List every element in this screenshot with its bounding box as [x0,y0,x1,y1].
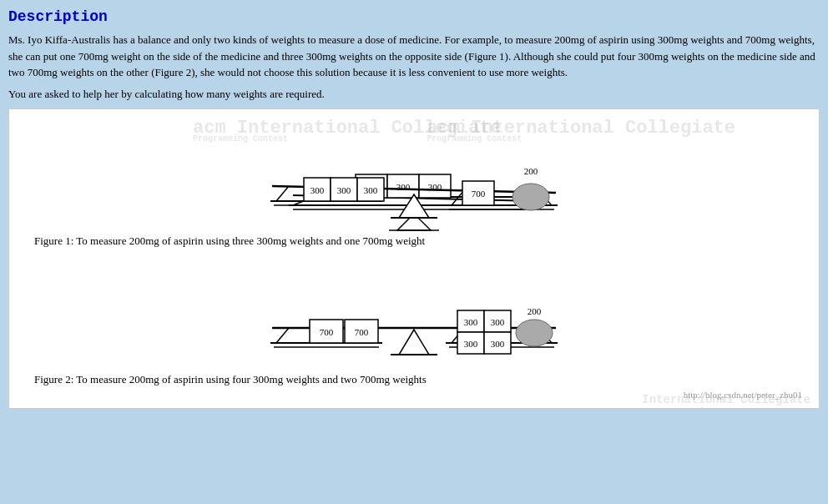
figure2-balance: 700 700 300 300 300 300 200 [180,265,648,381]
description-paragraph-1: Ms. Iyo Kiffa-Australis has a balance an… [8,32,820,81]
svg-text:300: 300 [337,185,351,195]
figure1-caption: Figure 1: To measure 200mg of aspirin us… [18,234,810,248]
figure1-balance-proper: 300 300 300 700 200 [180,126,648,243]
svg-text:200: 200 [528,306,542,316]
svg-point-34 [512,184,549,210]
main-content: acm International CollegiateProgramming … [8,108,820,409]
svg-text:700: 700 [320,327,334,337]
figure1-section: 300 300 300 [18,126,810,243]
description-paragraph-2: You are asked to help her by calculating… [8,86,820,103]
svg-marker-23 [399,194,429,218]
svg-text:300: 300 [464,317,478,327]
svg-text:700: 700 [355,327,369,337]
svg-text:300: 300 [310,185,325,195]
svg-marker-44 [399,330,429,355]
svg-text:300: 300 [464,339,478,349]
figure2-section: 700 700 300 300 300 300 200 [18,265,810,381]
svg-text:200: 200 [524,166,538,176]
url: http://blog.csdn.net/peter_zhu01 [18,390,810,400]
svg-line-36 [276,328,289,343]
svg-point-59 [516,320,553,346]
svg-line-15 [276,186,289,201]
figure2-caption: Figure 2: To measure 200mg of aspirin us… [18,373,810,386]
svg-text:300: 300 [364,185,378,195]
svg-text:300: 300 [491,339,505,349]
svg-text:300: 300 [491,317,505,327]
page-title: Description [8,8,820,25]
svg-text:700: 700 [472,189,486,199]
